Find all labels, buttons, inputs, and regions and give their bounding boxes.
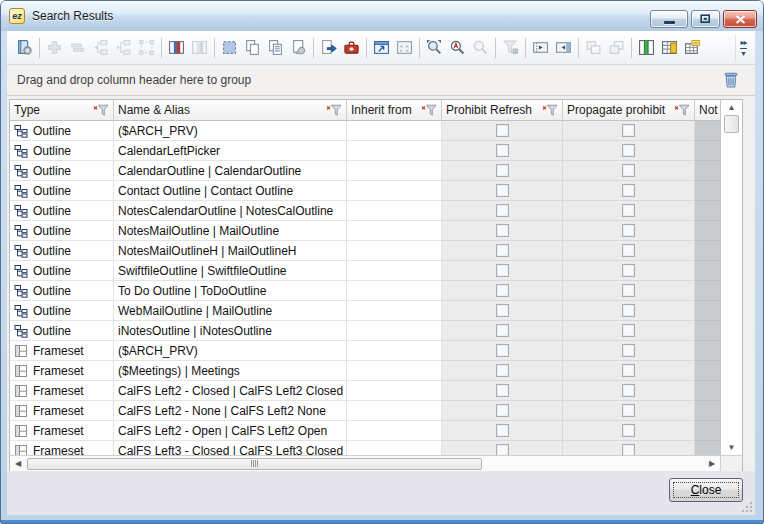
zoom-selection-icon[interactable] (423, 36, 446, 59)
row-name-alias-label: NotesCalendarOutline | NotesCalOutline (114, 201, 347, 221)
resize-grip[interactable] (740, 500, 753, 513)
expand-panel-icon[interactable] (529, 36, 552, 59)
table-row[interactable]: Outline CalendarLeftPicker (10, 141, 722, 161)
propagate-prohibit-checkbox[interactable] (622, 424, 635, 437)
prohibit-refresh-checkbox[interactable] (496, 204, 509, 217)
propagate-prohibit-checkbox[interactable] (622, 184, 635, 197)
table-row[interactable]: Outline ($ARCH_PRV) (10, 121, 722, 141)
prohibit-refresh-checkbox[interactable] (496, 144, 509, 157)
scroll-right-button[interactable]: ▶ (704, 456, 720, 471)
propagate-prohibit-checkbox[interactable] (622, 364, 635, 377)
scroll-left-button[interactable]: ◀ (10, 456, 26, 471)
propagate-prohibit-checkbox[interactable] (622, 344, 635, 357)
toolbox-icon[interactable] (340, 36, 363, 59)
close-button[interactable]: Close (669, 478, 743, 502)
propagate-prohibit-checkbox[interactable] (622, 384, 635, 397)
propagate-prohibit-checkbox[interactable] (622, 124, 635, 137)
toolbar-overflow-button[interactable]: ▸▸ ▼ (735, 35, 751, 61)
restore-button[interactable] (691, 10, 720, 28)
table-row[interactable]: Frameset CalFS Left2 - Open | CalFS Left… (10, 421, 722, 441)
propagate-prohibit-checkbox[interactable] (622, 264, 635, 277)
minimize-button[interactable] (650, 10, 688, 28)
column-label: Not in m (699, 103, 722, 117)
column-header-prohibit-refresh[interactable]: Prohibit Refresh (442, 100, 563, 120)
toolbar-separator (419, 38, 420, 58)
table-row[interactable]: Outline Contact Outline | Contact Outlin… (10, 181, 722, 201)
copy-icon[interactable] (241, 36, 264, 59)
table-row[interactable]: Outline CalendarOutline | CalendarOutlin… (10, 161, 722, 181)
edit-table-icon[interactable] (658, 36, 681, 59)
prohibit-refresh-checkbox[interactable] (496, 184, 509, 197)
filter-funnel-red-x-icon[interactable] (322, 104, 342, 116)
row-not-in-m-cell (695, 221, 722, 241)
table-row[interactable]: Frameset ($Meetings) | Meetings (10, 361, 722, 381)
row-not-in-m-cell (695, 321, 722, 341)
hscroll-thumb[interactable] (27, 458, 482, 470)
table-row[interactable]: Frameset CalFS Left2 - None | CalFS Left… (10, 401, 722, 421)
copy-with-format-icon[interactable] (264, 36, 287, 59)
column-header-name-alias[interactable]: Name & Alias (114, 100, 347, 120)
row-type-label: Outline (33, 244, 71, 258)
table-row[interactable]: Outline NotesMailOutline | MailOutline (10, 221, 722, 241)
filter-funnel-red-x-icon[interactable] (417, 104, 437, 116)
show-columns-icon[interactable] (635, 36, 658, 59)
prohibit-refresh-checkbox[interactable] (496, 164, 509, 177)
prohibit-refresh-checkbox[interactable] (496, 364, 509, 377)
table-properties-icon[interactable] (681, 36, 704, 59)
propagate-prohibit-checkbox[interactable] (622, 144, 635, 157)
table-row[interactable]: Frameset CalFS Left2 - Closed | CalFS Le… (10, 381, 722, 401)
prohibit-refresh-checkbox[interactable] (496, 324, 509, 337)
find-text-icon[interactable] (446, 36, 469, 59)
column-header-inherit-from[interactable]: Inherit from (347, 100, 442, 120)
propagate-prohibit-checkbox[interactable] (622, 164, 635, 177)
propagate-prohibit-checkbox[interactable] (622, 224, 635, 237)
preview-grid-icon[interactable] (393, 36, 416, 59)
table-row[interactable]: Outline iNotesOutline | iNotesOutline (10, 321, 722, 341)
column-header-not-in-m[interactable]: Not in m (695, 100, 722, 120)
column-header-propagate-prohibit[interactable]: Propagate prohibit (563, 100, 695, 120)
select-area-icon[interactable] (218, 36, 241, 59)
prohibit-refresh-checkbox[interactable] (496, 304, 509, 317)
table-row[interactable]: Outline SwiftfileOutline | SwiftfileOutl… (10, 261, 722, 281)
prohibit-refresh-checkbox[interactable] (496, 344, 509, 357)
select-objects-icon (135, 36, 158, 59)
propagate-prohibit-checkbox[interactable] (622, 204, 635, 217)
prohibit-refresh-checkbox[interactable] (496, 224, 509, 237)
prohibit-refresh-checkbox[interactable] (496, 404, 509, 417)
toolbar-overflow-chevron-icon: ▸▸ (740, 39, 746, 46)
preview-window-icon[interactable] (370, 36, 393, 59)
prohibit-refresh-checkbox[interactable] (496, 244, 509, 257)
scroll-down-button[interactable]: ▼ (721, 440, 742, 455)
table-row[interactable]: Outline WebMailOutline | MailOutline (10, 301, 722, 321)
vscroll-thumb[interactable] (724, 115, 739, 133)
table-row[interactable]: Frameset ($ARCH_PRV) (10, 341, 722, 361)
propagate-prohibit-checkbox[interactable] (622, 324, 635, 337)
prohibit-refresh-checkbox[interactable] (496, 264, 509, 277)
propagate-prohibit-checkbox[interactable] (622, 304, 635, 317)
filter-funnel-red-x-icon[interactable] (538, 104, 558, 116)
table-row[interactable]: Outline To Do Outline | ToDoOutline (10, 281, 722, 301)
propagate-prohibit-checkbox[interactable] (622, 244, 635, 257)
column-header-type[interactable]: Type (10, 100, 114, 120)
design-properties-icon[interactable] (13, 36, 36, 59)
prohibit-refresh-checkbox[interactable] (496, 384, 509, 397)
titlebar[interactable]: ez Search Results (1, 1, 763, 31)
window-close-button[interactable] (723, 10, 757, 28)
prohibit-refresh-checkbox[interactable] (496, 284, 509, 297)
propagate-prohibit-checkbox[interactable] (622, 284, 635, 297)
vscroll-track[interactable] (721, 133, 742, 440)
trash-icon[interactable] (721, 70, 741, 90)
prohibit-refresh-checkbox[interactable] (496, 424, 509, 437)
propagate-prohibit-checkbox[interactable] (622, 404, 635, 417)
filter-funnel-red-x-icon[interactable] (670, 104, 690, 116)
scroll-up-button[interactable]: ▲ (721, 100, 742, 115)
prohibit-refresh-checkbox[interactable] (496, 124, 509, 137)
insert-column-icon[interactable] (165, 36, 188, 59)
table-row[interactable]: Outline NotesMailOutlineH | MailOutlineH (10, 241, 722, 261)
export-icon[interactable] (317, 36, 340, 59)
group-by-bar[interactable]: Drag and drop column header here to grou… (7, 65, 755, 96)
collapse-panel-icon[interactable] (552, 36, 575, 59)
filter-funnel-red-x-icon[interactable] (89, 104, 109, 116)
table-row[interactable]: Outline NotesCalendarOutline | NotesCalO… (10, 201, 722, 221)
paste-icon[interactable] (287, 36, 310, 59)
